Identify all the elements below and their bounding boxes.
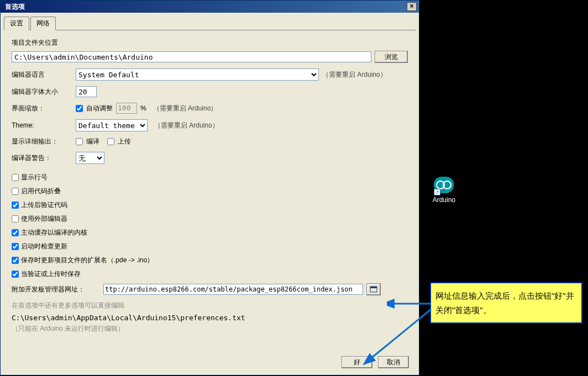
prefs-path: C:\Users\admin\AppData\Local\Arduino15\p… bbox=[12, 314, 408, 322]
window-title: 首选项 bbox=[3, 2, 407, 12]
external-editor-label: 使用外部编辑器 bbox=[21, 214, 67, 224]
verbose-compile-checkbox[interactable] bbox=[76, 138, 83, 145]
sketchbook-path-input[interactable] bbox=[12, 51, 371, 62]
boards-url-input[interactable] bbox=[103, 284, 363, 295]
browse-button[interactable]: 浏览 bbox=[375, 51, 408, 63]
save-ext-checkbox[interactable] bbox=[12, 257, 19, 264]
theme-select[interactable]: Default theme bbox=[76, 119, 148, 131]
edit-note: （只能在 Arduino 未运行时进行编辑） bbox=[12, 324, 408, 333]
line-numbers-checkbox[interactable] bbox=[12, 174, 19, 181]
tab-network[interactable]: 网络 bbox=[30, 17, 56, 30]
check-updates-label: 启动时检查更新 bbox=[21, 242, 67, 251]
arduino-shortcut[interactable]: ↗ Arduino bbox=[433, 177, 455, 204]
save-ext-label: 保存时更新项目文件的扩展名（.pde -> .ino） bbox=[21, 256, 154, 265]
verify-upload-label: 上传后验证代码 bbox=[21, 200, 67, 210]
svg-rect-1 bbox=[370, 287, 377, 288]
cancel-button[interactable]: 取消 bbox=[378, 356, 409, 368]
tab-settings[interactable]: 设置 bbox=[4, 17, 29, 30]
scale-auto-checkbox[interactable] bbox=[76, 105, 83, 112]
arduino-shortcut-label: Arduino bbox=[433, 196, 455, 204]
verify-upload-checkbox[interactable] bbox=[12, 202, 19, 209]
close-button[interactable]: × bbox=[407, 2, 417, 11]
external-editor-checkbox[interactable] bbox=[12, 215, 19, 223]
check-updates-checkbox[interactable] bbox=[12, 243, 19, 250]
theme-note: （需要重启 Arduino） bbox=[154, 121, 219, 130]
verbose-label: 显示详细输出： bbox=[12, 137, 72, 146]
ok-button[interactable]: 好 bbox=[342, 356, 372, 368]
verbose-upload-checkbox[interactable] bbox=[107, 138, 114, 145]
save-verify-checkbox[interactable] bbox=[12, 271, 19, 278]
fontsize-label: 编辑器字体大小 bbox=[12, 87, 72, 97]
warn-label: 编译器警告： bbox=[12, 153, 72, 163]
annotation-callout: 网址信息输入完成后，点击按钮"好"并关闭"首选项"。 bbox=[430, 282, 582, 324]
boards-url-expand-button[interactable] bbox=[366, 283, 381, 295]
titlebar: 首选项 × bbox=[1, 1, 419, 13]
scale-label: 界面缩放： bbox=[12, 104, 72, 113]
settings-panel: 项目文件夹位置 浏览 编辑器语言 System Default （需要重启 Ar… bbox=[1, 30, 419, 341]
cache-core-label: 主动缓存以编译的内核 bbox=[21, 228, 87, 237]
shortcut-arrow-icon: ↗ bbox=[434, 189, 440, 195]
cache-core-checkbox[interactable] bbox=[12, 229, 19, 236]
window-icon bbox=[370, 286, 377, 293]
theme-label: Theme: bbox=[12, 121, 72, 129]
scale-auto-label: 自动调整 bbox=[86, 104, 113, 113]
code-folding-label: 启用代码折叠 bbox=[21, 187, 61, 196]
scale-pct: % bbox=[140, 104, 146, 112]
more-prefs-note: 在首选项中还有更多选项可以直接编辑 bbox=[12, 301, 408, 310]
code-folding-checkbox[interactable] bbox=[12, 188, 19, 195]
sketchbook-label: 项目文件夹位置 bbox=[12, 38, 408, 47]
save-verify-label: 当验证或上传时保存 bbox=[21, 269, 81, 279]
tabs: 设置 网络 bbox=[4, 16, 416, 30]
editor-lang-label: 编辑器语言 bbox=[12, 70, 72, 80]
verbose-compile-label: 编译 bbox=[86, 137, 99, 146]
verbose-upload-label: 上传 bbox=[118, 137, 131, 146]
scale-value: 100 bbox=[116, 103, 137, 114]
line-numbers-label: 显示行号 bbox=[21, 173, 48, 182]
warn-select[interactable]: 无 bbox=[76, 152, 104, 164]
scale-note: （需要重启 Arduino） bbox=[153, 104, 218, 113]
preferences-window: 首选项 × 设置 网络 项目文件夹位置 浏览 编辑器语言 System Defa… bbox=[0, 0, 419, 375]
editor-lang-select[interactable]: System Default bbox=[76, 68, 319, 81]
editor-lang-note: （需要重启 Arduino） bbox=[322, 70, 387, 80]
boards-url-label: 附加开发板管理器网址： bbox=[12, 285, 100, 294]
fontsize-input[interactable] bbox=[76, 86, 97, 97]
